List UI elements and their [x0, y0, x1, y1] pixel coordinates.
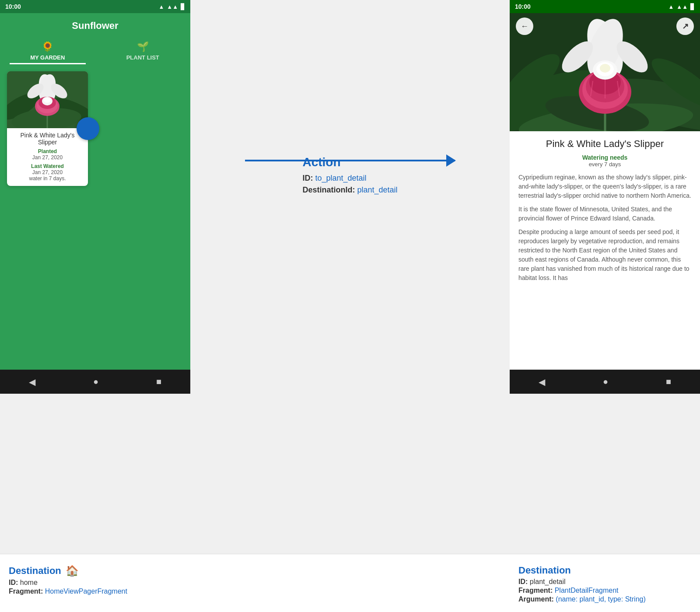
wifi-icon: ▲	[158, 3, 164, 10]
action-dest-value: plant_detail	[357, 185, 397, 194]
action-dot[interactable]	[77, 117, 99, 140]
planted-label: Planted	[11, 148, 84, 154]
phone-right: 10:00 ▲ ▲▲ ▊	[510, 0, 700, 394]
plant-card-name: Pink & White Lady's Slipper	[11, 132, 84, 146]
dest-left-fragment: Fragment: HomeViewPagerFragment	[9, 588, 182, 595]
battery-icon-right: ▊	[690, 3, 695, 10]
dest-left-id-label: ID:	[9, 579, 18, 586]
battery-icon: ▊	[181, 3, 185, 10]
svg-point-35	[600, 64, 610, 73]
dest-right-arg-label: Argument:	[518, 595, 554, 603]
phone-left: 10:00 ▲ ▲▲ ▊ Sunflower 🌻 MY GARDEN 🌱 PLA…	[0, 0, 190, 394]
action-arrow-head	[446, 154, 456, 167]
home-nav-btn[interactable]: ●	[93, 377, 98, 387]
dest-middle-spacer	[190, 561, 510, 608]
signal-icon-right: ▲▲	[676, 3, 688, 10]
watering-needs-label: Watering needs	[518, 154, 691, 161]
watered-note: water in 7 days.	[11, 175, 84, 182]
plant-card-image	[7, 71, 88, 128]
recents-nav-btn[interactable]: ■	[156, 377, 161, 387]
signal-icon: ▲▲	[167, 3, 178, 10]
nav-bar-right: ◀ ● ■	[510, 370, 700, 394]
app-bar: Sunflower 🌻 MY GARDEN 🌱 PLANT LIST	[0, 13, 190, 64]
garden-tab-label: MY GARDEN	[30, 54, 65, 61]
dest-left-title-text: Destination	[9, 565, 61, 577]
desc-para-3: Despite producing a large amount of seed…	[518, 227, 691, 283]
bottom-destinations: Destination 🏠 ID: home Fragment: HomeVie…	[0, 554, 700, 612]
destination-right: Destination ID: plant_detail Fragment: P…	[510, 561, 700, 608]
share-button[interactable]: ↗	[676, 17, 694, 35]
dest-right-id-value: plant_detail	[530, 578, 566, 585]
watered-label: Last Watered	[11, 163, 84, 169]
app-title: Sunflower	[0, 20, 190, 31]
back-nav-btn-right[interactable]: ◀	[539, 377, 545, 387]
status-bar-left: 10:00 ▲ ▲▲ ▊	[0, 0, 190, 13]
recents-nav-btn-right[interactable]: ■	[666, 377, 671, 387]
dest-left-frag-label: Fragment:	[9, 588, 43, 595]
action-dest-field: DestinationId: plant_detail	[302, 185, 397, 195]
dest-right-title-text: Destination	[518, 565, 571, 576]
desc-para-2: It is the state flower of Minnesota, Uni…	[518, 205, 691, 223]
back-nav-btn[interactable]: ◀	[29, 377, 35, 387]
destination-left: Destination 🏠 ID: home Fragment: HomeVie…	[0, 561, 190, 608]
dest-right-argument: Argument: (name: plant_id, type: String)	[518, 595, 691, 603]
action-id-label: ID:	[302, 174, 313, 182]
planted-date: Jan 27, 2020	[11, 154, 84, 161]
dest-right-frag-label: Fragment:	[518, 587, 553, 594]
nav-bar-left: ◀ ● ■	[0, 370, 190, 394]
tab-plant-list[interactable]: 🌱 PLANT LIST	[95, 37, 191, 64]
action-panel: Action ID: to_plant_detail DestinationId…	[190, 0, 510, 394]
desc-para-1: Cypripedium reginae, known as the showy …	[518, 173, 691, 200]
dest-right-frag-value: PlantDetailFragment	[555, 587, 619, 594]
dest-right-arg-value: (name: plant_id, type: String)	[556, 595, 645, 603]
detail-content: Pink & White Lady's Slipper Watering nee…	[510, 131, 700, 370]
detail-hero-image: ← ↗	[510, 13, 700, 131]
watering-needs-value: every 7 days	[518, 161, 691, 168]
svg-point-13	[44, 98, 51, 103]
watered-date: Jan 27, 2020	[11, 169, 84, 175]
plant-card-info: Pink & White Lady's Slipper Planted Jan …	[7, 128, 88, 186]
dest-right-id-label: ID:	[518, 578, 528, 585]
action-dest-label: DestinationId:	[302, 185, 355, 194]
dest-right-fragment: Fragment: PlantDetailFragment	[518, 587, 691, 595]
plant-card[interactable]: Pink & White Lady's Slipper Planted Jan …	[7, 71, 88, 186]
action-arrow-line	[245, 160, 455, 161]
plant-list-tab-icon: 🌱	[137, 41, 149, 52]
home-nav-btn-right[interactable]: ●	[603, 377, 608, 387]
hero-nav: ← ↗	[510, 13, 700, 39]
time-right: 10:00	[515, 3, 531, 10]
dest-left-id-value: home	[20, 579, 38, 586]
status-icons-right: ▲ ▲▲ ▊	[668, 3, 695, 10]
time-left: 10:00	[5, 3, 21, 10]
home-dest-icon: 🏠	[66, 565, 79, 577]
status-icons-left: ▲ ▲▲ ▊	[158, 3, 185, 10]
plant-list-tab-label: PLANT LIST	[126, 54, 159, 61]
detail-plant-name: Pink & White Lady's Slipper	[518, 138, 691, 150]
garden-content: Pink & White Lady's Slipper Planted Jan …	[0, 64, 190, 370]
wifi-icon-right: ▲	[668, 3, 674, 10]
tab-my-garden[interactable]: 🌻 MY GARDEN	[0, 37, 95, 64]
tab-bar: 🌻 MY GARDEN 🌱 PLANT LIST	[0, 37, 190, 64]
detail-description: Cypripedium reginae, known as the showy …	[518, 173, 691, 283]
action-arrow-container	[190, 150, 510, 171]
dest-left-frag-value: HomeViewPagerFragment	[45, 588, 127, 595]
status-bar-right: 10:00 ▲ ▲▲ ▊	[510, 0, 700, 13]
garden-tab-icon: 🌻	[42, 41, 53, 52]
back-button[interactable]: ←	[516, 17, 533, 35]
dest-right-id: ID: plant_detail	[518, 578, 691, 586]
dest-left-id: ID: home	[9, 579, 182, 587]
action-id-field: ID: to_plant_detail	[302, 174, 366, 183]
dest-left-title: Destination 🏠	[9, 565, 182, 577]
dest-right-title: Destination	[518, 565, 691, 576]
action-id-value: to_plant_detail	[315, 174, 366, 182]
